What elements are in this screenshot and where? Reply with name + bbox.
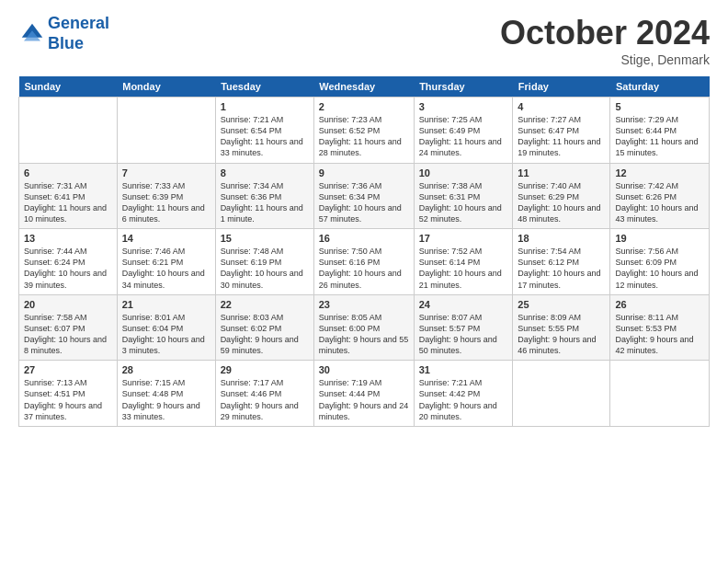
day-number: 24: [419, 299, 508, 310]
calendar-cell: 27Sunrise: 7:13 AMSunset: 4:51 PMDayligh…: [19, 361, 118, 427]
calendar-cell: 20Sunrise: 7:58 AMSunset: 6:07 PMDayligh…: [19, 294, 118, 361]
calendar-cell: 5Sunrise: 7:29 AMSunset: 6:44 PMDaylight…: [610, 98, 710, 164]
calendar-cell: 12Sunrise: 7:42 AMSunset: 6:26 PMDayligh…: [610, 163, 710, 229]
calendar-cell: 26Sunrise: 8:11 AMSunset: 5:53 PMDayligh…: [610, 294, 710, 361]
calendar-cell: 9Sunrise: 7:36 AMSunset: 6:34 PMDaylight…: [313, 163, 414, 229]
day-info: Sunrise: 7:21 AMSunset: 4:42 PMDaylight:…: [419, 377, 508, 422]
day-info: Sunrise: 7:17 AMSunset: 4:46 PMDaylight:…: [221, 377, 309, 422]
week-row-5: 27Sunrise: 7:13 AMSunset: 4:51 PMDayligh…: [19, 361, 710, 427]
day-info: Sunrise: 7:46 AMSunset: 6:21 PMDaylight:…: [122, 246, 210, 291]
day-number: 12: [615, 167, 704, 178]
day-number: 3: [419, 101, 508, 112]
day-number: 28: [122, 364, 210, 375]
calendar-cell: 31Sunrise: 7:21 AMSunset: 4:42 PMDayligh…: [414, 361, 513, 427]
calendar-cell: 16Sunrise: 7:50 AMSunset: 6:16 PMDayligh…: [313, 229, 414, 295]
calendar-cell: 17Sunrise: 7:52 AMSunset: 6:14 PMDayligh…: [414, 229, 513, 295]
day-info: Sunrise: 8:05 AMSunset: 6:00 PMDaylight:…: [319, 312, 409, 357]
day-info: Sunrise: 7:27 AMSunset: 6:47 PMDaylight:…: [518, 114, 605, 159]
header: General Blue October 2024 Stige, Denmark: [18, 14, 710, 67]
day-number: 15: [221, 233, 309, 244]
day-number: 13: [24, 233, 112, 244]
day-info: Sunrise: 7:48 AMSunset: 6:19 PMDaylight:…: [221, 246, 309, 291]
week-row-1: 1Sunrise: 7:21 AMSunset: 6:54 PMDaylight…: [19, 98, 710, 164]
col-thursday: Thursday: [414, 76, 513, 98]
col-wednesday: Wednesday: [313, 76, 414, 98]
day-number: 21: [122, 299, 210, 310]
day-number: 10: [419, 167, 508, 178]
day-info: Sunrise: 7:19 AMSunset: 4:44 PMDaylight:…: [319, 377, 409, 422]
week-row-4: 20Sunrise: 7:58 AMSunset: 6:07 PMDayligh…: [19, 294, 710, 361]
calendar-cell: 18Sunrise: 7:54 AMSunset: 6:12 PMDayligh…: [513, 229, 610, 295]
calendar-table: Sunday Monday Tuesday Wednesday Thursday…: [18, 76, 710, 427]
day-info: Sunrise: 7:54 AMSunset: 6:12 PMDaylight:…: [518, 246, 605, 291]
day-info: Sunrise: 7:44 AMSunset: 6:24 PMDaylight:…: [24, 246, 112, 291]
day-info: Sunrise: 7:58 AMSunset: 6:07 PMDaylight:…: [24, 312, 112, 357]
calendar-cell: 11Sunrise: 7:40 AMSunset: 6:29 PMDayligh…: [513, 163, 610, 229]
calendar-cell: 3Sunrise: 7:25 AMSunset: 6:49 PMDaylight…: [414, 98, 513, 164]
day-info: Sunrise: 7:23 AMSunset: 6:52 PMDaylight:…: [319, 114, 409, 159]
day-number: 22: [221, 299, 309, 310]
day-number: 4: [518, 101, 605, 112]
col-sunday: Sunday: [19, 76, 118, 98]
calendar-cell: 25Sunrise: 8:09 AMSunset: 5:55 PMDayligh…: [513, 294, 610, 361]
day-number: 25: [518, 299, 605, 310]
logo-line2: Blue: [48, 34, 84, 52]
day-number: 11: [518, 167, 605, 178]
day-number: 29: [221, 364, 309, 375]
day-number: 17: [419, 233, 508, 244]
day-info: Sunrise: 7:13 AMSunset: 4:51 PMDaylight:…: [24, 377, 112, 422]
day-info: Sunrise: 7:38 AMSunset: 6:31 PMDaylight:…: [419, 180, 508, 225]
calendar-cell: 2Sunrise: 7:23 AMSunset: 6:52 PMDaylight…: [313, 98, 414, 164]
page: General Blue October 2024 Stige, Denmark…: [0, 0, 728, 563]
day-number: 14: [122, 233, 210, 244]
calendar-cell: 7Sunrise: 7:33 AMSunset: 6:39 PMDaylight…: [117, 163, 215, 229]
location-subtitle: Stige, Denmark: [500, 52, 710, 67]
day-number: 26: [615, 299, 704, 310]
logo-icon: [18, 20, 46, 48]
calendar-cell: [19, 98, 118, 164]
day-number: 1: [221, 101, 309, 112]
calendar-cell: [610, 361, 710, 427]
day-number: 7: [122, 167, 210, 178]
calendar-cell: 24Sunrise: 8:07 AMSunset: 5:57 PMDayligh…: [414, 294, 513, 361]
week-row-2: 6Sunrise: 7:31 AMSunset: 6:41 PMDaylight…: [19, 163, 710, 229]
day-number: 20: [24, 299, 112, 310]
day-info: Sunrise: 7:15 AMSunset: 4:48 PMDaylight:…: [122, 377, 210, 422]
day-number: 31: [419, 364, 508, 375]
title-block: October 2024 Stige, Denmark: [500, 14, 710, 67]
header-row: Sunday Monday Tuesday Wednesday Thursday…: [19, 76, 710, 98]
day-number: 19: [615, 233, 704, 244]
calendar-cell: 30Sunrise: 7:19 AMSunset: 4:44 PMDayligh…: [313, 361, 414, 427]
col-saturday: Saturday: [610, 76, 710, 98]
calendar-cell: [117, 98, 215, 164]
day-info: Sunrise: 8:11 AMSunset: 5:53 PMDaylight:…: [615, 312, 704, 357]
day-info: Sunrise: 7:36 AMSunset: 6:34 PMDaylight:…: [319, 180, 409, 225]
calendar-cell: 15Sunrise: 7:48 AMSunset: 6:19 PMDayligh…: [215, 229, 313, 295]
day-info: Sunrise: 8:03 AMSunset: 6:02 PMDaylight:…: [221, 312, 309, 357]
month-title: October 2024: [500, 14, 710, 52]
day-info: Sunrise: 7:56 AMSunset: 6:09 PMDaylight:…: [615, 246, 704, 291]
calendar-cell: 28Sunrise: 7:15 AMSunset: 4:48 PMDayligh…: [117, 361, 215, 427]
logo: General Blue: [18, 14, 109, 53]
calendar-cell: 4Sunrise: 7:27 AMSunset: 6:47 PMDaylight…: [513, 98, 610, 164]
week-row-3: 13Sunrise: 7:44 AMSunset: 6:24 PMDayligh…: [19, 229, 710, 295]
day-info: Sunrise: 7:34 AMSunset: 6:36 PMDaylight:…: [221, 180, 309, 225]
day-number: 27: [24, 364, 112, 375]
calendar-cell: 22Sunrise: 8:03 AMSunset: 6:02 PMDayligh…: [215, 294, 313, 361]
day-number: 8: [221, 167, 309, 178]
day-info: Sunrise: 7:33 AMSunset: 6:39 PMDaylight:…: [122, 180, 210, 225]
col-monday: Monday: [117, 76, 215, 98]
day-info: Sunrise: 8:07 AMSunset: 5:57 PMDaylight:…: [419, 312, 508, 357]
day-info: Sunrise: 7:52 AMSunset: 6:14 PMDaylight:…: [419, 246, 508, 291]
calendar-cell: 1Sunrise: 7:21 AMSunset: 6:54 PMDaylight…: [215, 98, 313, 164]
calendar-cell: 23Sunrise: 8:05 AMSunset: 6:00 PMDayligh…: [313, 294, 414, 361]
day-info: Sunrise: 7:40 AMSunset: 6:29 PMDaylight:…: [518, 180, 605, 225]
col-friday: Friday: [513, 76, 610, 98]
day-info: Sunrise: 8:09 AMSunset: 5:55 PMDaylight:…: [518, 312, 605, 357]
day-info: Sunrise: 7:21 AMSunset: 6:54 PMDaylight:…: [221, 114, 309, 159]
calendar-cell: 19Sunrise: 7:56 AMSunset: 6:09 PMDayligh…: [610, 229, 710, 295]
day-info: Sunrise: 7:29 AMSunset: 6:44 PMDaylight:…: [615, 114, 704, 159]
calendar-cell: 21Sunrise: 8:01 AMSunset: 6:04 PMDayligh…: [117, 294, 215, 361]
col-tuesday: Tuesday: [215, 76, 313, 98]
day-info: Sunrise: 7:31 AMSunset: 6:41 PMDaylight:…: [24, 180, 112, 225]
